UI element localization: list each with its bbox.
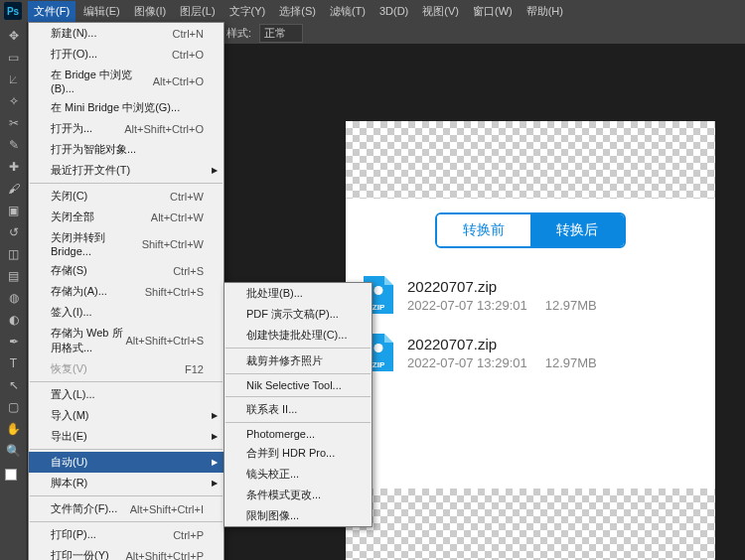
top-menubar: Ps 文件(F) 编辑(E) 图像(I) 图层(L) 文字(Y) 选择(S) 滤…: [0, 0, 745, 22]
menu-select[interactable]: 选择(S): [273, 1, 322, 22]
file-menu-item[interactable]: 导入(M)▶: [29, 405, 224, 426]
transparency-checker-bottom: [346, 489, 715, 560]
file-menu-item[interactable]: 在 Mini Bridge 中浏览(G)...: [29, 97, 224, 118]
heal-tool-icon[interactable]: ✚: [4, 157, 24, 177]
options-style-label: 样式:: [226, 26, 251, 41]
wand-tool-icon[interactable]: ✧: [4, 91, 24, 111]
automate-menu-item[interactable]: 镜头校正...: [224, 464, 372, 485]
menu-image[interactable]: 图像(I): [128, 1, 172, 22]
file-menu-item[interactable]: 导出(E)▶: [29, 426, 224, 447]
menu-3d[interactable]: 3D(D): [373, 2, 414, 20]
file-menu-item[interactable]: 在 Bridge 中浏览(B)...Alt+Ctrl+O: [29, 65, 224, 97]
lasso-tool-icon[interactable]: ⟀: [4, 70, 24, 89]
menu-separator: [225, 373, 371, 374]
menu-view[interactable]: 视图(V): [416, 1, 465, 22]
workspace: ✥ ▭ ⟀ ✧ ✂ ✎ ✚ 🖌 ▣ ↺ ◫ ▤ ◍ ◐ ✒ T ↖ ▢ ✋ 🔍 …: [0, 22, 745, 560]
automate-menu-item[interactable]: 条件模式更改...: [224, 485, 372, 505]
file-menu-item[interactable]: 签入(I)...: [29, 302, 224, 323]
file-row[interactable]: ZIP20220707.zip2022-07-07 13:29:0112.97M…: [346, 266, 715, 324]
path-tool-icon[interactable]: ↖: [4, 375, 24, 395]
transparency-checker-top: [346, 121, 715, 199]
file-menu-item[interactable]: 置入(L)...: [29, 384, 224, 405]
move-tool-icon[interactable]: ✥: [4, 26, 24, 46]
file-menu-item[interactable]: 打印一份(Y)Alt+Shift+Ctrl+P: [29, 545, 224, 560]
automate-menu-item[interactable]: 创建快捷批处理(C)...: [224, 325, 372, 346]
automate-menu-item[interactable]: 合并到 HDR Pro...: [224, 443, 372, 464]
file-menu-item[interactable]: 最近打开文件(T)▶: [29, 160, 224, 181]
stamp-tool-icon[interactable]: ▣: [4, 201, 24, 220]
shape-tool-icon[interactable]: ▢: [4, 397, 24, 417]
automate-menu-item[interactable]: 裁剪并修齐照片: [224, 350, 372, 371]
file-menu-item[interactable]: 打印(P)...Ctrl+P: [29, 524, 224, 545]
dodge-tool-icon[interactable]: ◐: [4, 310, 24, 330]
file-size: 12.97MB: [545, 298, 597, 313]
file-menu-item[interactable]: 恢复(V)F12: [29, 358, 224, 379]
automate-menu-item[interactable]: Nik Selective Tool...: [224, 376, 372, 394]
automate-menu-item[interactable]: 限制图像...: [224, 505, 372, 526]
automate-menu-item[interactable]: PDF 演示文稿(P)...: [224, 304, 372, 325]
menu-type[interactable]: 文字(Y): [224, 1, 272, 22]
file-date: 2022-07-07 13:29:01: [407, 298, 527, 313]
menu-file[interactable]: 文件(F): [28, 1, 75, 22]
file-menu-item[interactable]: 关闭并转到 Bridge...Shift+Ctrl+W: [29, 227, 224, 260]
automate-menu-item[interactable]: 批处理(B)...: [224, 283, 372, 304]
menu-window[interactable]: 窗口(W): [467, 1, 519, 22]
menu-edit[interactable]: 编辑(E): [77, 1, 126, 22]
menu-separator: [30, 495, 223, 496]
canvas-area: 样式: 正常 新建(N)...Ctrl+N打开(O)...Ctrl+O在 Bri…: [28, 22, 745, 560]
eyedropper-tool-icon[interactable]: ✎: [4, 135, 24, 155]
blur-tool-icon[interactable]: ◍: [4, 288, 24, 308]
tool-palette: ✥ ▭ ⟀ ✧ ✂ ✎ ✚ 🖌 ▣ ↺ ◫ ▤ ◍ ◐ ✒ T ↖ ▢ ✋ 🔍: [0, 22, 28, 560]
gradient-tool-icon[interactable]: ▤: [4, 266, 24, 286]
file-menu-item[interactable]: 文件简介(F)...Alt+Shift+Ctrl+I: [29, 498, 224, 519]
marquee-tool-icon[interactable]: ▭: [4, 48, 24, 68]
file-size: 12.97MB: [545, 355, 597, 370]
options-style-select[interactable]: 正常: [259, 24, 303, 43]
brush-tool-icon[interactable]: 🖌: [4, 179, 24, 199]
document-canvas: 转换前 转换后 ZIP20220707.zip2022-07-07 13:29:…: [346, 121, 715, 560]
type-tool-icon[interactable]: T: [4, 353, 24, 373]
document-content: 转换前 转换后 ZIP20220707.zip2022-07-07 13:29:…: [346, 199, 715, 489]
menu-help[interactable]: 帮助(H): [521, 1, 569, 22]
automate-menu-item[interactable]: Photomerge...: [224, 425, 372, 443]
file-menu-dropdown: 新建(N)...Ctrl+N打开(O)...Ctrl+O在 Bridge 中浏览…: [28, 22, 224, 560]
menu-layer[interactable]: 图层(L): [174, 1, 221, 22]
menu-separator: [225, 422, 371, 423]
tab-before[interactable]: 转换前: [437, 214, 530, 246]
conversion-tabs: 转换前 转换后: [346, 199, 715, 266]
menu-separator: [225, 396, 371, 397]
file-menu-item[interactable]: 新建(N)...Ctrl+N: [29, 23, 224, 44]
file-menu-item[interactable]: 打开为智能对象...: [29, 139, 224, 160]
file-menu-item[interactable]: 脚本(R)▶: [29, 473, 224, 493]
menu-filter[interactable]: 滤镜(T): [324, 1, 372, 22]
file-menu-item[interactable]: 关闭(C)Ctrl+W: [29, 186, 224, 207]
file-menu-item[interactable]: 存储为 Web 所用格式...Alt+Shift+Ctrl+S: [29, 323, 224, 358]
file-menu-item[interactable]: 打开为...Alt+Shift+Ctrl+O: [29, 118, 224, 139]
file-list: ZIP20220707.zip2022-07-07 13:29:0112.97M…: [346, 266, 715, 381]
file-name: 20220707.zip: [407, 278, 697, 295]
crop-tool-icon[interactable]: ✂: [4, 113, 24, 133]
menu-separator: [225, 348, 371, 349]
file-menu-item[interactable]: 关闭全部Alt+Ctrl+W: [29, 207, 224, 227]
color-swatches[interactable]: [5, 469, 23, 487]
menubar: 文件(F) 编辑(E) 图像(I) 图层(L) 文字(Y) 选择(S) 滤镜(T…: [28, 0, 569, 22]
file-info: 20220707.zip2022-07-07 13:29:0112.97MB: [407, 278, 697, 313]
file-menu-item[interactable]: 存储(S)Ctrl+S: [29, 260, 224, 281]
eraser-tool-icon[interactable]: ◫: [4, 244, 24, 264]
file-menu-item[interactable]: 存储为(A)...Shift+Ctrl+S: [29, 281, 224, 302]
history-brush-icon[interactable]: ↺: [4, 222, 24, 242]
tab-after[interactable]: 转换后: [530, 214, 624, 246]
menu-separator: [30, 521, 223, 522]
hand-tool-icon[interactable]: ✋: [4, 419, 24, 439]
file-date: 2022-07-07 13:29:01: [407, 355, 527, 370]
menu-separator: [30, 183, 223, 184]
file-menu-item[interactable]: 自动(U)▶: [29, 452, 224, 473]
automate-submenu: 批处理(B)...PDF 演示文稿(P)...创建快捷批处理(C)...裁剪并修…: [224, 282, 372, 527]
zoom-tool-icon[interactable]: 🔍: [4, 441, 24, 461]
file-menu-item[interactable]: 打开(O)...Ctrl+O: [29, 44, 224, 65]
menu-separator: [30, 449, 223, 450]
automate-menu-item[interactable]: 联系表 II...: [224, 399, 372, 420]
file-row[interactable]: ZIP20220707.zip2022-07-07 13:29:0112.97M…: [346, 324, 715, 381]
pen-tool-icon[interactable]: ✒: [4, 332, 24, 351]
app-logo: Ps: [4, 2, 22, 20]
